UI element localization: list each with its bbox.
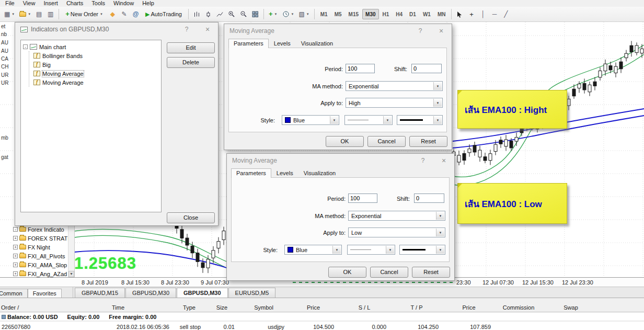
close-icon[interactable]: × <box>436 27 446 35</box>
expand-icon[interactable]: + <box>13 245 18 249</box>
tab-levels[interactable]: Levels <box>269 39 296 48</box>
scroll-down-icon[interactable]: ▼ <box>68 271 74 277</box>
shift-input[interactable] <box>414 194 444 203</box>
ma-method-select[interactable]: Exponential ▼ <box>348 211 445 221</box>
chart-tab-gbpusd-m30-active[interactable]: GBPUSD,M30 <box>177 288 228 298</box>
zoom-out-button[interactable] <box>238 8 249 20</box>
ok-button[interactable]: OK <box>328 267 366 278</box>
expand-icon[interactable]: + <box>13 271 18 276</box>
column-header-order[interactable]: Order / <box>0 304 63 311</box>
style-color-select[interactable]: Blue ▼ <box>282 115 339 125</box>
market-watch-symbol-fragment[interactable]: CA <box>1 56 8 62</box>
column-header-tp[interactable]: T / P <box>390 304 443 311</box>
line-chart-button[interactable] <box>214 8 225 20</box>
style-line-select[interactable]: ▼ <box>347 245 395 255</box>
collapse-icon[interactable]: - <box>23 44 28 49</box>
market-watch-symbol-fragment[interactable]: UR <box>1 80 8 86</box>
tab-visualization[interactable]: Visualization <box>298 168 341 178</box>
style-width-select[interactable]: ▼ <box>397 115 443 125</box>
chart-tab-gbpusd-m30[interactable]: GBPUSD,M30 <box>125 288 176 298</box>
timeframe-h4[interactable]: H4 <box>393 9 406 19</box>
apply-to-select[interactable]: High ▼ <box>346 98 443 108</box>
navigator-item[interactable]: +FXI_All_Pivots <box>12 252 74 260</box>
market-watch-symbol-fragment[interactable]: nb <box>1 31 7 37</box>
menu-charts[interactable]: Charts <box>62 0 87 7</box>
timeframe-m5[interactable]: M5 <box>331 9 345 19</box>
navigator-item[interactable]: +FX Night <box>12 243 74 252</box>
note-ema100-high[interactable]: เส้น EMA100 : Hight <box>457 90 567 129</box>
cancel-button[interactable]: Cancel <box>370 267 408 278</box>
chart-tab-eurusd-m5[interactable]: EURUSD,M5 <box>228 288 276 298</box>
timeframe-h1[interactable]: H1 <box>380 9 393 19</box>
shift-input[interactable] <box>411 64 442 73</box>
column-header-sl[interactable]: S / L <box>338 304 390 311</box>
tab-parameters[interactable]: Parameters <box>231 168 271 178</box>
timeframe-m15[interactable]: M15 <box>346 9 362 19</box>
expert-advisors-button[interactable]: ◆ <box>107 8 118 20</box>
timeframe-m1[interactable]: M1 <box>317 9 331 19</box>
tree-item-indicator[interactable]: ƒMoving Average <box>29 78 160 87</box>
period-input[interactable] <box>348 194 377 203</box>
tab-favorites[interactable]: Favorites <box>28 289 62 298</box>
close-icon[interactable]: × <box>439 156 449 165</box>
timeframe-d1[interactable]: D1 <box>406 9 419 19</box>
market-watch-symbol-fragment[interactable]: mb <box>1 135 8 141</box>
market-watch-symbol-fragment[interactable]: AU <box>1 40 8 45</box>
tab-levels[interactable]: Levels <box>271 168 298 178</box>
menu-view[interactable]: View <box>19 0 40 7</box>
timeframe-mn[interactable]: MN <box>434 9 449 19</box>
style-width-select[interactable]: ▼ <box>399 245 445 255</box>
market-watch-symbol-fragment[interactable]: AU <box>1 48 8 54</box>
tile-windows-button[interactable] <box>250 8 261 20</box>
tab-visualization[interactable]: Visualization <box>296 39 339 48</box>
market-watch-symbol-fragment[interactable]: CH <box>1 64 8 70</box>
menu-insert[interactable]: Insert <box>39 0 62 7</box>
help-button[interactable]: ? <box>181 26 192 33</box>
autotrading-button[interactable]: ▶AutoTrading <box>142 8 186 20</box>
community-button[interactable]: @ <box>130 8 141 20</box>
edit-button[interactable]: Edit <box>167 42 215 53</box>
new-order-button[interactable]: +New Order▼ <box>62 8 107 20</box>
close-button[interactable]: Close <box>167 212 215 223</box>
navigator-item[interactable]: -Forex Indicato <box>12 225 74 234</box>
tab-parameters[interactable]: Parameters <box>228 39 269 48</box>
horizontal-line-button[interactable]: ─ <box>489 8 500 20</box>
profiles-button[interactable]: ▼ <box>17 8 33 20</box>
indicators-button[interactable]: +▼ <box>267 8 280 20</box>
scripts-button[interactable]: ✎ <box>119 8 130 20</box>
reset-button[interactable]: Reset <box>412 267 450 278</box>
chart-tab-gbpaud-m15[interactable]: GBPAUD,M15 <box>75 288 125 298</box>
cursor-button[interactable] <box>454 8 465 20</box>
tree-item-indicator-selected[interactable]: ƒMoving Average <box>29 69 160 78</box>
menu-tools[interactable]: Tools <box>87 0 109 7</box>
navigator-item[interactable]: +FXI_AMA_Slop <box>12 260 74 269</box>
style-color-select[interactable]: Blue ▼ <box>284 245 342 255</box>
style-line-select[interactable]: ▼ <box>344 115 393 125</box>
vertical-line-button[interactable]: │ <box>477 8 488 20</box>
column-header-current-price[interactable]: Price <box>443 304 495 311</box>
period-input[interactable] <box>346 64 375 73</box>
tree-item-indicator[interactable]: ƒBollinger Bands <box>29 51 160 60</box>
apply-to-select[interactable]: Low ▼ <box>348 227 445 237</box>
help-button[interactable]: ? <box>415 27 426 35</box>
delete-button[interactable]: Delete <box>167 57 215 68</box>
ma-method-select[interactable]: Exponential ▼ <box>346 81 443 91</box>
periods-button[interactable]: ▼ <box>280 8 296 20</box>
help-button[interactable]: ? <box>418 157 428 164</box>
column-header-commission[interactable]: Commission <box>495 304 542 311</box>
menu-file[interactable]: File <box>1 0 19 7</box>
templates-button[interactable]: ▧▼ <box>296 8 311 20</box>
trendline-button[interactable]: ╱ <box>500 8 511 20</box>
navigator-scrollbar[interactable]: ▼ <box>68 225 74 277</box>
market-watch-symbol-fragment[interactable]: UR <box>1 72 8 78</box>
expand-icon[interactable]: + <box>13 236 18 241</box>
navigator-button[interactable]: ▥ <box>45 8 56 20</box>
dialog-titlebar[interactable]: Indicators on GBPUSD,M30 ? × <box>15 22 218 36</box>
tree-item-main-chart[interactable]: - Main chart <box>22 42 160 51</box>
menu-window[interactable]: Window <box>109 0 138 7</box>
market-watch-symbol-fragment[interactable]: gat <box>1 154 8 160</box>
navigator-item[interactable]: +FOREX STRATI <box>12 234 74 243</box>
market-watch-button[interactable]: ▤ <box>33 8 44 20</box>
bar-chart-button[interactable] <box>191 8 202 20</box>
cancel-button[interactable]: Cancel <box>367 136 406 147</box>
